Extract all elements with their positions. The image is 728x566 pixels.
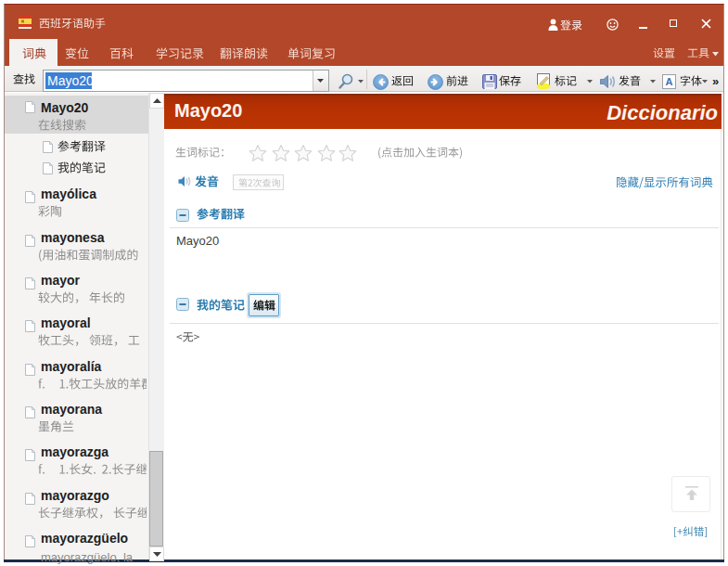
svg-text:A: A [666, 76, 673, 87]
